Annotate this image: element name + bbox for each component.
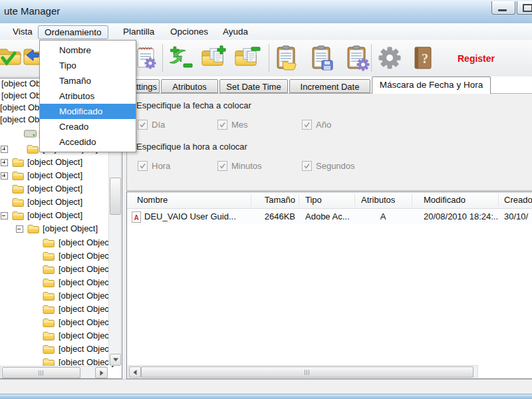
tree-item-eng[interactable]: [object Object]	[59, 290, 114, 302]
minimize-button[interactable]	[491, 1, 515, 15]
checkbox-ano[interactable]: Año	[302, 120, 331, 130]
tab-atributos[interactable]: Atributos	[161, 79, 218, 93]
register-link[interactable]: Register	[458, 53, 495, 64]
expander-plus-icon[interactable]	[1, 172, 8, 180]
checkbox-minutos[interactable]: Minutos	[217, 161, 262, 171]
tree-item-hun[interactable]: [object Object]	[59, 343, 114, 355]
menubar: Vista Ordenamiento Plantilla Opciones Ay…	[0, 23, 532, 41]
checkbox-mes[interactable]: Mes	[217, 120, 248, 130]
sync-add-remove-icon[interactable]	[166, 45, 193, 71]
tree-item-config-msi[interactable]: [object Object]	[27, 183, 82, 195]
menu-item-tamano[interactable]: Tamaño	[40, 73, 136, 88]
help-book-icon[interactable]: ?	[410, 45, 436, 71]
mask-tab-page: Especifique la fecha a colocar Día Mes A…	[126, 93, 532, 191]
attribute-manager-window: ute Manager Vista Ordenamiento Plantilla…	[0, 0, 532, 399]
tree-horizontal-scrollbar[interactable]	[0, 366, 108, 378]
tree-item-fra[interactable]: [object Object]	[59, 317, 114, 329]
column-nombre[interactable]: Nombre	[137, 192, 168, 208]
checkbox-dia-box	[138, 120, 148, 130]
column-tipo[interactable]: Tipo	[305, 192, 322, 208]
file-type: Adobe Ac...	[305, 209, 352, 225]
maximize-icon	[523, 4, 532, 12]
column-atributos[interactable]: Atributos	[361, 192, 395, 208]
scroll-left-button[interactable]	[129, 366, 141, 378]
tree-item-bos-56[interactable]: [object Object]	[27, 170, 82, 182]
file-hscroll-thumb[interactable]	[141, 366, 473, 378]
menu-opciones[interactable]: Opciones	[164, 25, 214, 38]
menu-item-creado[interactable]: Creado	[40, 119, 136, 134]
scroll-right-button[interactable]	[95, 367, 108, 378]
menu-item-modificado[interactable]: Modificado	[40, 104, 136, 119]
folder-icon	[43, 238, 55, 247]
drive-icon	[24, 129, 37, 138]
tree-item-gre[interactable]: [object Object]	[59, 330, 114, 342]
tab-mascara-fecha-hora[interactable]: Máscara de Fecha y Hora	[372, 76, 491, 94]
folder-check-icon[interactable]	[0, 45, 24, 71]
status-bar	[0, 379, 532, 394]
tree-item-vaio-user-guide[interactable]: [object Object]	[43, 223, 98, 235]
tree-hscroll-thumb[interactable]	[2, 367, 80, 378]
checkbox-dia[interactable]: Día	[138, 120, 165, 130]
minimize-icon	[498, 9, 507, 11]
file-list-header: Nombre Tamaño Tipo Atributos Modificado …	[127, 192, 532, 209]
window-bottom-edge	[0, 394, 532, 399]
clipboard-settings-icon[interactable]	[344, 45, 370, 71]
menu-item-nombre[interactable]: Nombre	[40, 43, 136, 58]
checkbox-segundos[interactable]: Segundos	[302, 161, 355, 171]
maximize-button[interactable]	[517, 1, 532, 15]
svg-text:?: ?	[422, 51, 428, 66]
folder-icon	[43, 265, 55, 274]
toolbar-divider	[371, 44, 372, 72]
clipboard-save-icon[interactable]	[309, 45, 335, 71]
date-section-label: Especifique la fecha a colocar	[136, 100, 251, 110]
notepad-settings-icon[interactable]	[132, 45, 159, 71]
folder-icon	[12, 158, 24, 167]
expander-minus-icon[interactable]	[16, 225, 23, 233]
tree-item-archivos-de-programa[interactable]: [object Object]	[27, 156, 82, 168]
column-modificado[interactable]: Modificado	[424, 192, 466, 208]
folder-icon	[43, 305, 55, 314]
folder-icon	[43, 278, 55, 287]
remove-files-from-folder-icon[interactable]	[234, 45, 261, 71]
menu-ayuda[interactable]: Ayuda	[217, 25, 254, 38]
expander-plus-icon[interactable]	[1, 159, 8, 166]
tree-item-fin[interactable]: [object Object]	[59, 303, 114, 315]
scroll-down-button[interactable]	[110, 354, 121, 366]
menu-item-atributos[interactable]: Atributos	[40, 88, 136, 104]
menu-item-accedido[interactable]: Accedido	[40, 134, 136, 150]
clipboard-open-folder-icon[interactable]	[273, 45, 300, 71]
tree-item-deu[interactable]: [object Object]	[59, 277, 114, 289]
checkbox-ano-box	[302, 120, 312, 130]
menu-plantilla[interactable]: Plantilla	[117, 25, 160, 38]
toolbar-divider	[162, 44, 163, 72]
file-list-panel: Nombre Tamaño Tipo Atributos Modificado …	[126, 192, 532, 379]
grip-icon	[39, 370, 45, 376]
file-row[interactable]: A DEU_VAIO User Guid... 2646KB Adobe Ac.…	[127, 209, 532, 225]
tree-item-ces[interactable]: [object Object]	[59, 250, 114, 262]
window-title: ute Manager	[4, 5, 60, 17]
settings-gear-icon[interactable]	[376, 45, 403, 71]
file-list-horizontal-scrollbar[interactable]	[128, 365, 478, 378]
menu-ordenamiento[interactable]: Ordenamiento	[38, 25, 108, 39]
tree-vscroll-thumb[interactable]	[110, 178, 121, 215]
folder-icon	[12, 211, 24, 220]
folder-icon	[43, 344, 55, 354]
tab-increment-date-time[interactable]: Increment Date Time	[289, 79, 370, 93]
tree-item-dan[interactable]: [object Object]	[59, 263, 114, 275]
menu-vista[interactable]: Vista	[7, 25, 39, 38]
tree-item-documentation[interactable]: [object Object]	[27, 209, 82, 221]
column-creado[interactable]: Creado	[504, 192, 532, 208]
tab-set-date-time[interactable]: Set Date Time	[219, 79, 288, 93]
expander-plus-icon[interactable]	[1, 146, 8, 153]
tree-item-conversionoutput[interactable]: [object Object]	[27, 196, 82, 208]
add-files-to-folder-icon[interactable]	[201, 45, 227, 71]
tree-item-bul[interactable]: [object Object]	[59, 237, 114, 249]
column-tamano[interactable]: Tamaño	[257, 192, 295, 208]
checkbox-hora[interactable]: Hora	[138, 161, 170, 171]
checkbox-mes-label: Mes	[231, 120, 248, 130]
menu-item-tipo[interactable]: Tipo	[40, 58, 136, 73]
folder-icon	[12, 171, 24, 180]
arrow-left-icon	[134, 370, 137, 375]
ordenamiento-dropdown-menu: Nombre Tipo Tamaño Atributos Modificado …	[39, 40, 136, 152]
expander-minus-icon[interactable]	[1, 212, 8, 219]
